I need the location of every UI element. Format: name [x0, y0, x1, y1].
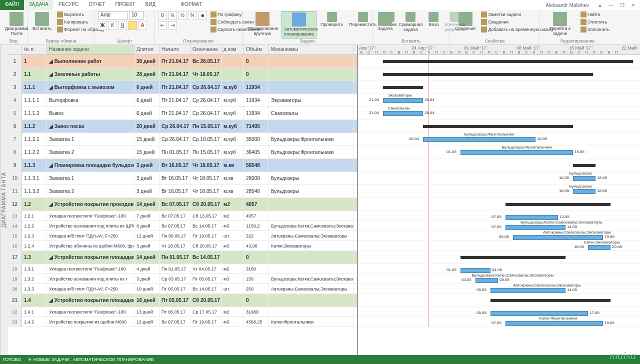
cell-unit[interactable]: м.куб [222, 81, 244, 94]
gantt-bar[interactable] [506, 203, 610, 206]
auto-schedule-button[interactable]: Автоматическое планирование [282, 11, 316, 38]
gantt-bar[interactable] [383, 98, 423, 103]
cell-name[interactable]: ◢ Планировка площадки бульдозером [47, 159, 134, 172]
cell-name[interactable]: ◢ Выторфовка с вывозом [47, 81, 134, 94]
cell-unit[interactable]: м.кв [222, 159, 244, 172]
gantt-bar[interactable] [573, 189, 596, 194]
cell-start[interactable]: Вс 07.05.17 [160, 221, 190, 230]
cell-volume[interactable]: 1159,2 [244, 221, 269, 230]
cell-start[interactable]: Ср 26.04.17 [160, 133, 190, 146]
cell-mech[interactable] [269, 81, 354, 94]
cell-volume[interactable]: 3150 [244, 264, 269, 274]
cell-volume[interactable]: 56548 [244, 159, 269, 172]
tab-file[interactable]: ФАЙЛ [0, 0, 24, 10]
cell-finish[interactable]: Пт 19.05.17 [190, 317, 222, 326]
cell-finish[interactable]: Сб 13.05.17 [190, 211, 222, 220]
table-row[interactable]: 211.4◢ Устройство покрытия площадки из щ… [8, 294, 357, 307]
cell-start[interactable]: Ср 03.05.17 [160, 274, 190, 284]
cell-duration[interactable]: 15 дней [134, 133, 160, 146]
user-name[interactable]: Aleksandr Malishev [546, 2, 589, 8]
cell-start[interactable]: Пт 05.05.17 [160, 307, 190, 316]
cell-start[interactable]: Пн 08.05.17 [160, 231, 190, 240]
manual-schedule-button[interactable]: Планирование вручную [246, 11, 280, 38]
cell-name[interactable]: Выторфовка [47, 94, 134, 106]
table-row[interactable]: 41.1.1.1Выторфовка6 днейПт 21.04.17Ср 26… [8, 94, 357, 107]
cell-volume[interactable]: 28000 [244, 172, 269, 184]
table-row[interactable]: 151.2.3Укладка ж/б плит ПДН-AV, F=25012 … [8, 231, 357, 241]
table-row[interactable]: 81.1.2.2Захватка 215 днейПн 01.05.17Пн 1… [8, 146, 357, 159]
cell-finish[interactable]: Чт 04.05.17 [190, 264, 222, 274]
cell-volume[interactable]: 35000 [244, 133, 269, 146]
cell-name[interactable]: Захватка 2 [47, 146, 134, 158]
tab-resource[interactable]: РЕСУРС [54, 0, 84, 10]
cell-duration[interactable]: 15 дней [134, 146, 160, 158]
tab-project[interactable]: ПРОЕКТ [110, 0, 140, 10]
gantt-bar[interactable] [423, 137, 536, 142]
cell-wbs[interactable]: 1.2.1 [22, 211, 47, 220]
gantt-bar[interactable] [490, 311, 588, 316]
cell-name[interactable]: Захватка 1 [47, 133, 134, 146]
cell-wbs[interactable]: 1.3 [22, 251, 47, 264]
insert-milestone-button[interactable]: Веха [426, 11, 440, 28]
cell-unit[interactable]: м.куб [222, 120, 244, 132]
cell-finish[interactable]: Ср 26.04.17 [190, 94, 222, 106]
cell-name[interactable]: ◢ Устройство покрытия площадки из щебня [47, 294, 134, 306]
cell-unit[interactable]: м3 [222, 317, 244, 326]
cell-name[interactable]: Устройство основания под плиты из г [47, 274, 134, 284]
cell-start[interactable]: Пт 21.04.17 [160, 107, 190, 120]
fontcolor-button[interactable]: A [138, 21, 147, 30]
cell-mech[interactable] [269, 198, 354, 210]
cell-name[interactable]: Захватка 1 [47, 172, 134, 184]
outdent-button[interactable]: ⇤ [158, 21, 167, 30]
cell-unit[interactable]: м2 [222, 264, 244, 274]
insert-summary-button[interactable]: Суммарная задача [396, 11, 424, 34]
cell-volume[interactable]: 250 [244, 284, 269, 294]
cell-start[interactable]: Вс 07.05.17 [160, 211, 190, 220]
cell-finish[interactable]: Вс 14.05.17 [190, 251, 222, 264]
gantt-bar[interactable] [383, 73, 593, 76]
cell-mech[interactable]: Экскаваторы [269, 94, 354, 106]
cell-volume[interactable]: 28548 [244, 185, 269, 198]
cell-mech[interactable]: Автокраны;Самосвалы;Экскаваторы [269, 284, 354, 294]
cell-volume[interactable]: 0 [244, 68, 269, 80]
pct25-button[interactable]: ¼ [168, 11, 177, 20]
cell-unit[interactable]: м3 [222, 274, 244, 284]
minimize-icon[interactable]: — [606, 2, 616, 8]
cell-start[interactable]: Пн 01.05.17 [160, 251, 190, 264]
table-row[interactable]: 91.1.3◢ Планировка площадки бульдозером3… [8, 159, 357, 172]
table-row[interactable]: 31.1.1◢ Выторфовка с вывозом6 днейПт 21.… [8, 81, 357, 94]
cell-duration[interactable]: 3 дней [134, 274, 160, 284]
cell-duration[interactable]: 6 дней [134, 81, 160, 94]
font-name-select[interactable]: Arial [98, 11, 128, 20]
cell-name[interactable]: ◢ Выполнение работ [47, 55, 134, 68]
gantt-bar[interactable] [383, 60, 633, 63]
table-row[interactable]: 221.4.1Укладка геотекстиля "Геофлакс"-10… [8, 307, 357, 317]
cell-finish[interactable]: Пн 15.05.17 [190, 120, 222, 132]
cell-duration[interactable]: 20 дней [134, 120, 160, 132]
cell-mech[interactable] [269, 307, 354, 316]
tab-report[interactable]: ОТЧЕТ [84, 0, 110, 10]
cell-start[interactable]: Пт 21.04.17 [160, 81, 190, 94]
cell-wbs[interactable]: 1.1.3 [22, 159, 47, 172]
fill-button[interactable]: Заполнить [579, 26, 611, 33]
cell-start[interactable]: Пт 05.05.17 [160, 284, 190, 294]
cell-wbs[interactable]: 1.4.1 [22, 307, 47, 316]
goto-task-button[interactable]: Перейти к задаче [543, 11, 577, 38]
cell-wbs[interactable]: 1.2.4 [22, 241, 47, 250]
cell-duration[interactable]: 6 дней [134, 94, 160, 106]
cell-finish[interactable]: Чт 18.05.17 [190, 159, 222, 172]
cell-duration[interactable]: 16 дней [134, 294, 160, 306]
cell-mech[interactable] [269, 294, 354, 306]
cell-volume[interactable]: 4057 [244, 198, 269, 210]
gantt-chart-button[interactable]: Диаграмма Ганта [3, 11, 30, 38]
indent-button[interactable]: ⇥ [168, 21, 177, 30]
cell-duration[interactable]: 3 дней [134, 172, 160, 184]
inspect-button[interactable]: Проверить [318, 11, 345, 28]
gantt-bar[interactable] [490, 299, 610, 302]
gantt-bar[interactable] [573, 164, 596, 167]
cell-unit[interactable]: м2 [222, 211, 244, 220]
restore-icon[interactable]: ❐ [617, 2, 627, 8]
cell-unit[interactable]: м.куб [222, 133, 244, 146]
cell-start[interactable]: Вс 07.05.17 [160, 317, 190, 326]
col-start[interactable]: Начало [160, 45, 190, 54]
